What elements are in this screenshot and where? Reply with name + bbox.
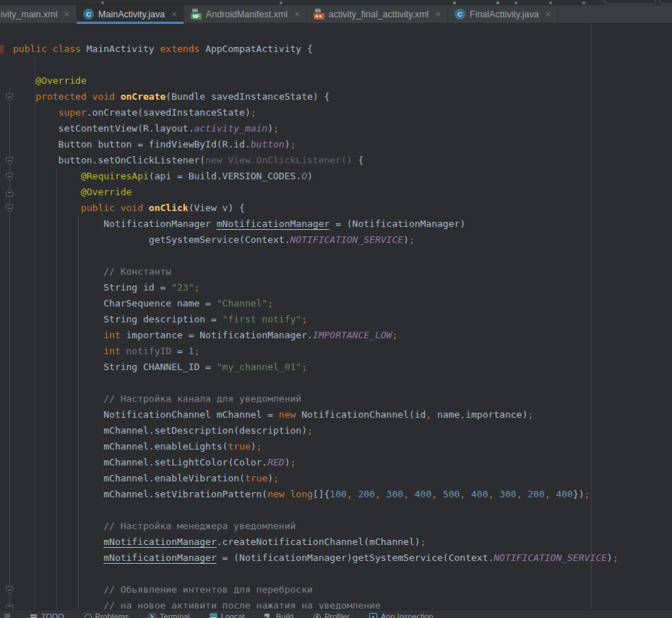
build-icon [264, 613, 272, 618]
toolbar-widget-outline[interactable] [659, 0, 672, 4]
code-segment: ) [251, 441, 257, 452]
tool-window-label: App Inspection [381, 612, 434, 618]
close-icon[interactable]: × [294, 9, 300, 19]
tool-windows-icon[interactable] [4, 614, 10, 618]
close-icon[interactable]: × [546, 9, 551, 19]
tool-window-button-problems[interactable]: Problems [84, 612, 129, 618]
code-line: mChannel.enableVibration(true); [13, 471, 619, 486]
code-segment: ; [301, 361, 307, 372]
code-segment: mNotificationManager [217, 218, 330, 229]
code-line: mChannel.setVibrationPattern(new long[]{… [13, 486, 619, 502]
tool-window-label: Build [276, 612, 293, 618]
debug-icon[interactable] [496, 1, 499, 4]
code-segment: ; [585, 489, 590, 499]
code-segment: .createNotificationChannel(mChannel) [217, 536, 421, 547]
code-segment: ) [607, 552, 613, 563]
code-segment: // Константы [103, 266, 171, 277]
code-segment: "first notify" [223, 314, 302, 325]
code-line: // Настройка менеджера уведомлений [13, 518, 619, 534]
tool-window-button-profiler[interactable]: Profiler [313, 612, 350, 618]
code-segment: , [375, 489, 381, 499]
code-segment [13, 330, 103, 340]
code-line: mNotificationManager.createNotificationC… [13, 534, 619, 550]
java-class-icon: C [455, 9, 465, 20]
tool-window-button-logcat[interactable]: Logcat [210, 612, 245, 618]
fold-marker-expanded-icon[interactable] [5, 203, 14, 213]
fold-marker-expanded-icon[interactable] [5, 155, 14, 165]
code-segment: ; [421, 536, 426, 547]
device-selector-outline[interactable] [604, 0, 656, 4]
code-line: mChannel.setLightColor(Color.RED); [13, 455, 619, 471]
code-line [13, 375, 619, 391]
code-segment [13, 266, 103, 277]
code-segment: (View v) { [189, 202, 245, 213]
close-icon[interactable]: × [171, 9, 177, 19]
code-segment: @RequiresApi [81, 171, 149, 181]
code-segment: ; [290, 139, 296, 150]
code-segment [494, 489, 499, 499]
code-segment: CharSequence name = [13, 298, 217, 309]
code-segment: { [358, 155, 363, 166]
code-segment [13, 91, 35, 102]
tab-activity-final-acttivity-xml[interactable]: activity_final_acttivity.xml× [307, 5, 448, 23]
tool-window-button-build[interactable]: Build [264, 612, 293, 618]
code-segment: NotificationChannel(id [296, 409, 426, 420]
code-segment: mNotificationManager [103, 536, 217, 547]
code-line: NotificationChannel mChannel = new Notif… [13, 407, 619, 423]
tool-window-button-terminal[interactable]: Terminal [148, 612, 190, 618]
fold-marker-expanded-icon[interactable] [5, 585, 14, 594]
code-line: String description = "first notify"; [13, 312, 619, 327]
appinspect-icon [369, 613, 377, 618]
code-line: button.setOnClickListener(new View.OnCli… [13, 153, 619, 168]
code-line: mChannel.enableLights(true); [13, 439, 619, 455]
fold-marker-collapsed-icon[interactable] [5, 601, 14, 609]
tab-finalacttivity-java[interactable]: CFinalActtivity.java× [448, 5, 558, 23]
code-segment: // Настройка канала для уведомлений [103, 393, 301, 404]
tab-ivity-main-xml[interactable]: ivity_main.xml× [0, 5, 77, 23]
code-segment: ; [409, 234, 415, 245]
code-segment: []{ [313, 489, 329, 499]
code-segment: ; [251, 107, 257, 118]
fold-marker-collapsed-icon[interactable] [5, 187, 14, 197]
tab-androidmanifest-xml[interactable]: MFAndroidManifest.xml× [184, 5, 307, 23]
code-segment: // на новое активити после нажатия на ув… [103, 600, 381, 609]
code-segment: O [301, 171, 307, 181]
close-icon[interactable]: × [435, 9, 441, 19]
code-editor[interactable]: public class MainActivity extends AppCom… [0, 24, 672, 609]
code-segment: String id = [13, 282, 171, 293]
tab-mainactivity-java[interactable]: CMainActivity.java× [77, 5, 184, 23]
gutter-fold-line [9, 87, 10, 609]
code-segment: NotificationManager [13, 218, 217, 229]
code-segment: "my_channel_01" [217, 361, 301, 372]
code-line: String id = "23"; [13, 280, 619, 296]
code-segment [13, 186, 81, 197]
code-segment: mChannel.setLightColor(Color. [13, 457, 267, 468]
fold-marker-expanded-icon[interactable] [5, 171, 14, 181]
code-segment: notifyID [121, 346, 171, 356]
tool-window-button-app-inspection[interactable]: App Inspection [369, 612, 434, 618]
tool-window-label: Problems [95, 612, 129, 618]
code-segment: .onCreate(savedInstanceState) [87, 107, 251, 118]
code-segment: , [347, 489, 353, 499]
code-segment: NOTIFICATION_SERVICE [290, 234, 404, 245]
code-segment: // Настройка менеджера уведомлений [103, 520, 296, 531]
tool-window-label: Logcat [221, 612, 245, 618]
fold-marker-expanded-icon[interactable] [5, 92, 14, 101]
code-segment [409, 489, 415, 499]
profiler-icon [313, 613, 321, 618]
java-class-icon: C [83, 9, 94, 20]
code-segment [13, 584, 103, 595]
tool-window-label: TODO [41, 612, 64, 618]
code-segment: new [279, 409, 296, 420]
code-segment: @Override [35, 75, 86, 86]
tool-window-button-todo[interactable]: TODO [30, 612, 64, 618]
code-segment [381, 489, 387, 499]
gutter-vcs-mark [0, 45, 4, 54]
code-segment: IMPORTANCE_LOW [313, 330, 392, 340]
code-area[interactable]: public class MainActivity extends AppCom… [13, 41, 619, 609]
run-icon[interactable] [453, 1, 456, 4]
close-icon[interactable]: × [64, 9, 70, 19]
code-line [13, 248, 619, 264]
tool-window-label: Profiler [324, 612, 350, 618]
code-line: int importance = NotificationManager.IMP… [13, 327, 619, 343]
